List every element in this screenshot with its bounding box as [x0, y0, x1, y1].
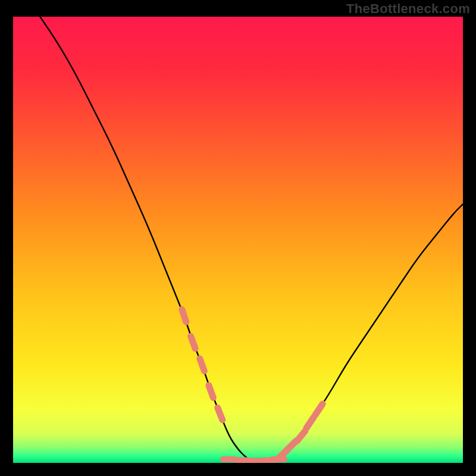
svg-line-0: [182, 309, 186, 322]
plot-area: [13, 17, 463, 463]
svg-line-2: [200, 359, 205, 371]
chart-stage: TheBottleneck.com: [0, 0, 476, 476]
svg-line-3: [209, 386, 214, 398]
svg-line-1: [191, 336, 196, 349]
plot-svg: [13, 17, 463, 463]
watermark-text: TheBottleneck.com: [346, 1, 470, 17]
svg-line-4: [218, 408, 223, 419]
